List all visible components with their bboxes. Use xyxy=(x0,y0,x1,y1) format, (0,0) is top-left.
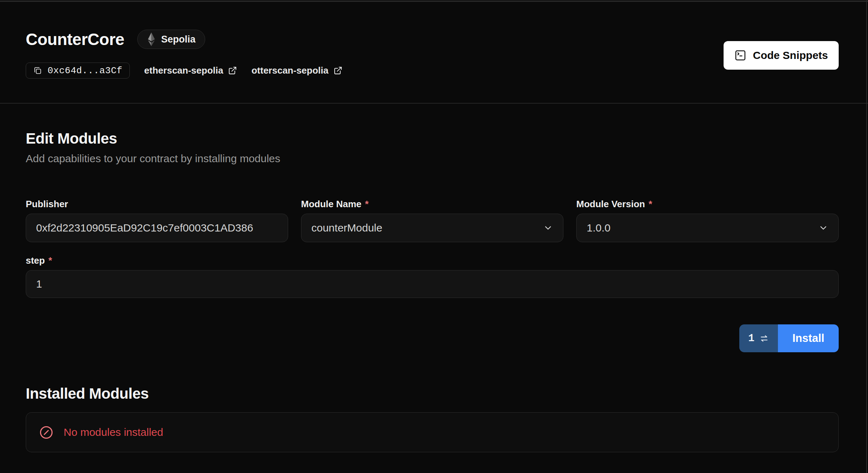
contract-meta-row: 0xc64d...a3Cf etherscan-sepolia ottersca… xyxy=(26,63,839,79)
module-name-select[interactable]: counterModule xyxy=(301,214,563,242)
modules-section: Edit Modules Add capabilities to your co… xyxy=(0,130,868,452)
module-name-label: Module Name * xyxy=(301,199,563,209)
module-version-select[interactable]: 1.0.0 xyxy=(576,214,839,242)
copy-icon xyxy=(33,66,42,75)
module-version-value: 1.0.0 xyxy=(587,222,611,234)
publisher-input[interactable] xyxy=(26,214,288,242)
required-asterisk: * xyxy=(648,199,652,209)
external-link-icon xyxy=(334,66,342,75)
network-badge[interactable]: Sepolia xyxy=(137,30,205,49)
step-field: step * xyxy=(26,255,839,298)
network-badge-label: Sepolia xyxy=(161,34,196,45)
right-edge-divider xyxy=(866,0,867,473)
ethereum-icon xyxy=(147,32,156,46)
installed-modules-title: Installed Modules xyxy=(26,385,839,402)
external-link-icon xyxy=(228,66,237,75)
install-button[interactable]: 1 Install xyxy=(739,324,839,352)
edit-modules-subtitle: Add capabilities to your contract by ins… xyxy=(26,152,839,165)
chevron-down-icon xyxy=(818,223,828,233)
explorer-link-otterscan[interactable]: otterscan-sepolia xyxy=(251,65,342,76)
publisher-field: Publisher xyxy=(26,199,288,242)
no-modules-alert: No modules installed xyxy=(26,412,839,452)
contract-address-chip[interactable]: 0xc64d...a3Cf xyxy=(26,63,130,79)
explorer-link-label: otterscan-sepolia xyxy=(251,65,328,76)
page-title: CounterCore xyxy=(26,30,124,49)
install-row: 1 Install xyxy=(26,324,839,352)
contract-address: 0xc64d...a3Cf xyxy=(48,65,122,76)
module-version-field: Module Version * 1.0.0 xyxy=(576,199,839,242)
module-form: Publisher Module Name * counterModule Mo… xyxy=(26,199,839,242)
install-button-label: Install xyxy=(778,324,839,352)
module-name-field: Module Name * counterModule xyxy=(301,199,563,242)
contract-header: CounterCore Sepolia 0xc64d...a3Cf ethers… xyxy=(0,2,868,104)
explorer-link-label: etherscan-sepolia xyxy=(144,65,223,76)
title-row: CounterCore Sepolia xyxy=(26,30,839,49)
swap-arrows-icon xyxy=(759,334,769,343)
step-label: step * xyxy=(26,255,839,266)
code-snippets-label: Code Snippets xyxy=(753,49,828,61)
required-asterisk: * xyxy=(365,199,369,209)
code-snippets-button[interactable]: Code Snippets xyxy=(724,41,839,70)
tx-count: 1 xyxy=(748,333,754,344)
explorer-link-etherscan[interactable]: etherscan-sepolia xyxy=(144,65,237,76)
circle-slash-icon xyxy=(39,425,54,440)
chevron-down-icon xyxy=(543,223,553,233)
tx-count-badge: 1 xyxy=(739,324,778,352)
required-asterisk: * xyxy=(48,255,52,266)
publisher-label: Publisher xyxy=(26,199,288,209)
edit-modules-title: Edit Modules xyxy=(26,130,839,147)
no-modules-message: No modules installed xyxy=(64,426,163,438)
step-input[interactable] xyxy=(26,270,839,298)
terminal-icon xyxy=(734,49,746,61)
module-version-label: Module Version * xyxy=(576,199,839,209)
module-name-value: counterModule xyxy=(311,222,382,234)
